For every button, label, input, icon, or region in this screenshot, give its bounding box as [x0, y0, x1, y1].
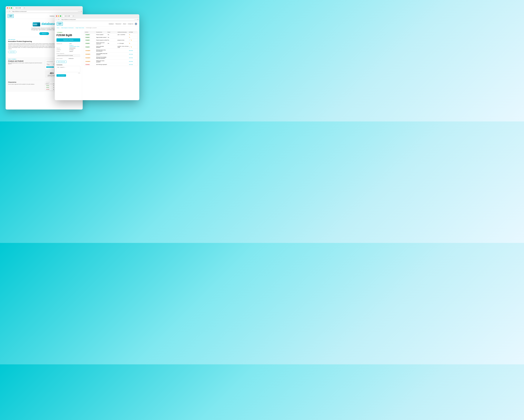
status-badge: In Review [85, 64, 90, 65]
site-logo-back: D2D [8, 14, 14, 18]
learn-more-button[interactable]: Learn More [8, 51, 17, 53]
url-bar-front[interactable]: https://d2dcure.com/account/ [60, 18, 135, 20]
site-navbar-front: D2D Database ▾ Resources ▾ About ▾ Conta… [55, 21, 139, 27]
avatar[interactable]: 👤 [135, 23, 137, 25]
about-arrow-icon-front: ▾ [126, 23, 126, 24]
checklist-header: STATUS Checklist Item Result Additional … [84, 31, 137, 33]
status-badge: Cancelled [46, 89, 50, 90]
status-badge: Complete [85, 43, 90, 44]
breadcrumb-current: F253M BglB su.sdas407 [86, 27, 97, 28]
checklist-row: Incomplete Thermostability assay data up… [84, 52, 137, 56]
primer-sequence: AGGATATTACATTCATCAGTTTCTGCAAA [56, 54, 80, 57]
titlebar-back: D2D CURE + [6, 6, 83, 10]
front-nav-about[interactable]: About ▾ [123, 23, 127, 25]
post-comment-button[interactable]: Post Comment [56, 74, 66, 77]
addressbar-back: ‹ › ↻ https://d2dcure.com/account/ ⋯ ⬇ [6, 10, 83, 13]
maximize-btn-front[interactable] [60, 15, 61, 17]
locate-characterization-link[interactable]: Locate in Characterization Table › [70, 45, 80, 47]
mission-body: The Design-to-Data workflow was develope… [8, 43, 57, 50]
checklist-row: Incomplete Melting point values uploaded… [84, 60, 137, 63]
mission-text: OUR MISSION Innovative Protein Engineeri… [8, 39, 57, 55]
how-tag: HOW IT WORKS [8, 59, 43, 60]
front-nav-resources[interactable]: Resources ▾ [115, 23, 122, 25]
left-panel: In Progress F253M BglB Submit for Review… [55, 29, 82, 100]
user-icon: 👤 [135, 23, 137, 25]
how-title: Analyze and Submit [8, 60, 43, 62]
add-data-link[interactable]: Add Data [129, 57, 133, 58]
edit-icon[interactable]: ✏️ [131, 46, 132, 47]
nav-database[interactable]: Database ▾ [50, 15, 55, 17]
new-tab-btn[interactable]: + [24, 7, 25, 9]
minimize-btn[interactable] [9, 7, 10, 9]
add-data-link[interactable]: Add Data [129, 54, 133, 55]
view-icon[interactable]: 👁 [129, 46, 130, 47]
close-btn-front[interactable] [56, 15, 57, 17]
char-count: 0/700 [56, 73, 80, 73]
forward-btn[interactable]: › [8, 10, 8, 12]
status-badge: Incomplete [85, 50, 91, 51]
edit-icon[interactable]: ✏️ [131, 40, 132, 41]
checklist-row: Complete Kinetic assay data uploaded? kc… [84, 45, 137, 49]
titlebar-front: D2D CURE + [55, 14, 139, 18]
forward-btn-front[interactable]: › [57, 19, 57, 20]
checklist-row: In Review SDS-PAGE gel uploaded? Add Dat… [84, 63, 137, 66]
checklist-row: Complete Plasmid sequence verified? Yes … [84, 39, 137, 42]
comments-textarea[interactable] [56, 66, 80, 72]
edit-icon[interactable]: ✏️ [129, 34, 130, 35]
maximize-btn[interactable] [11, 7, 12, 9]
status-badge: Complete [85, 37, 90, 38]
breadcrumb-home[interactable]: Home [57, 27, 59, 28]
breadcrumb: Home › Data Analysis & Submission › Sing… [55, 27, 139, 29]
page-header: In Progress F253M BglB [56, 31, 80, 37]
meta-grid: Database ID: 1570 Locate in Characteriza… [56, 43, 80, 52]
status-badge: Complete [85, 46, 90, 48]
close-btn[interactable] [7, 7, 8, 9]
page-title: F253M BglB [56, 34, 72, 37]
edit-icon[interactable]: ✏️ [129, 43, 130, 44]
front-nav-database[interactable]: Database ▾ [109, 23, 114, 25]
browser-window-front: D2D CURE + ‹ › ↻ https://d2dcure.com/acc… [55, 14, 139, 100]
date-grid: Date Created: 04/08/2024 [56, 58, 80, 59]
status-badge: Complete [46, 85, 49, 86]
back-btn-front[interactable]: ‹ [56, 19, 56, 20]
browser-icons-front: ⋯ ⬇ [136, 19, 138, 20]
status-badge: Complete [46, 87, 49, 88]
primer-label: Primer Sequence: [56, 53, 80, 54]
add-data-link[interactable]: Add Data [129, 61, 133, 62]
svg-text:D2D: D2D [33, 23, 37, 26]
how-body: After conducting research on their enzym… [8, 63, 43, 64]
front-nav-contact[interactable]: Contact Us [128, 23, 133, 25]
checklist-row: Incomplete Wild-type kinetic assay data … [84, 49, 137, 52]
database-arrow-icon-front: ▾ [114, 23, 114, 24]
site-logo-front: D2D [57, 22, 63, 26]
minimize-btn-front[interactable] [58, 15, 59, 17]
breadcrumb-single-variant[interactable]: Single Variant Data [76, 27, 84, 28]
add-data-link[interactable]: Add Data [129, 64, 133, 65]
right-panel: STATUS Checklist Item Result Additional … [82, 29, 139, 100]
browser-tab[interactable]: D2D CURE [14, 7, 23, 9]
front-nav-links: Database ▾ Resources ▾ About ▾ Contact U… [109, 23, 137, 25]
browser-tab-front[interactable]: D2D CURE [63, 15, 72, 17]
view-icon[interactable]: 👁 [129, 40, 130, 41]
back-btn[interactable]: ‹ [7, 10, 7, 12]
refresh-btn-front[interactable]: ↻ [58, 19, 60, 20]
checklist-panel: STATUS Checklist Item Result Additional … [84, 31, 138, 66]
browser-icons: ⋯ ⬇ [79, 11, 82, 12]
new-tab-btn-front[interactable]: + [73, 15, 74, 17]
add-teammate-button[interactable]: Add a teammate [56, 61, 67, 63]
status-badge: Complete [85, 39, 90, 41]
mission-title: Innovative Protein Engineering [8, 40, 57, 42]
hero-logo-text: database [42, 22, 56, 26]
add-data-link[interactable]: Add Data [129, 50, 133, 51]
status-badge: Incomplete [85, 54, 91, 55]
edit-icon[interactable]: ✏️ [129, 37, 130, 38]
url-bar[interactable]: https://d2dcure.com/account/ [11, 10, 78, 12]
refresh-btn[interactable]: ↻ [9, 10, 10, 12]
submit-for-review-button[interactable]: Submit for Review [56, 38, 80, 42]
breadcrumb-data-analysis[interactable]: Data Analysis & Submission [61, 27, 74, 28]
page-title-group: In Progress F253M BglB [56, 31, 72, 37]
resources-arrow-icon-front: ▾ [121, 23, 122, 24]
status-badge: Incomplete [85, 61, 91, 62]
checklist-row: Complete Protein induced and expressed? … [84, 42, 137, 45]
about-us-button[interactable]: About Us [39, 32, 49, 35]
